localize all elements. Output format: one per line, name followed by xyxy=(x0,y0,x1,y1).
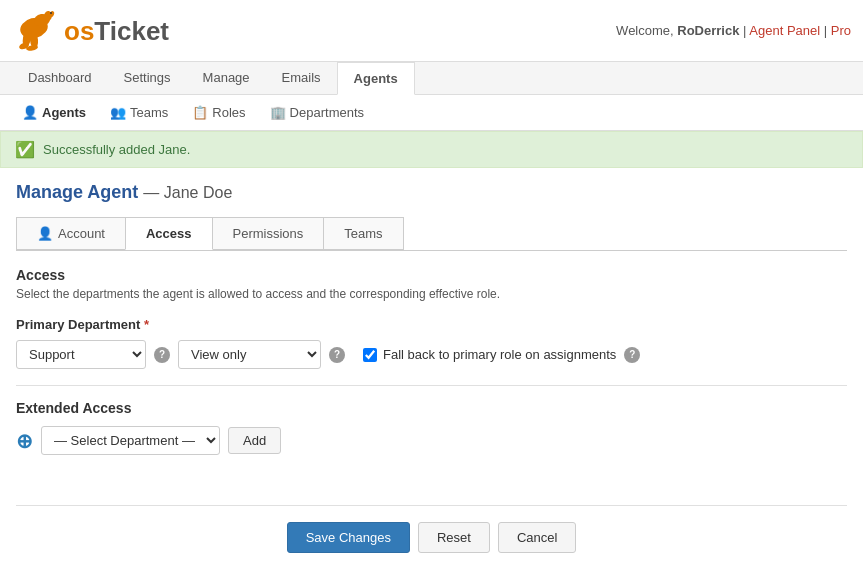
sub-nav: 👤 Agents 👥 Teams 📋 Roles 🏢 Departments xyxy=(0,95,863,131)
subnav-roles[interactable]: 📋 Roles xyxy=(182,101,255,124)
save-changes-button[interactable]: Save Changes xyxy=(287,522,410,553)
footer-buttons: Save Changes Reset Cancel xyxy=(16,505,847,553)
extended-access-title: Extended Access xyxy=(16,400,847,416)
extended-access-row: ⊕ — Select Department — Add xyxy=(16,426,847,455)
add-dept-icon[interactable]: ⊕ xyxy=(16,429,33,453)
fallback-checkbox-label[interactable]: Fall back to primary role on assignments xyxy=(363,347,616,362)
department-select[interactable]: Support Level I Support Level II Support… xyxy=(16,340,146,369)
nav-manage[interactable]: Manage xyxy=(187,62,266,94)
primary-dept-row: Support Level I Support Level II Support… xyxy=(16,340,847,369)
nav-emails[interactable]: Emails xyxy=(266,62,337,94)
alert-message: Successfully added Jane. xyxy=(43,142,190,157)
add-dept-button[interactable]: Add xyxy=(228,427,281,454)
fallback-help-icon[interactable]: ? xyxy=(624,347,640,363)
kangaroo-icon xyxy=(12,8,62,53)
fallback-checkbox[interactable] xyxy=(363,348,377,362)
required-indicator: * xyxy=(144,317,149,332)
top-nav: Dashboard Settings Manage Emails Agents xyxy=(0,62,863,95)
agents-icon: 👤 xyxy=(22,105,38,120)
profile-link[interactable]: Pro xyxy=(831,23,851,38)
svg-point-4 xyxy=(50,12,52,14)
subnav-departments[interactable]: 🏢 Departments xyxy=(260,101,374,124)
page-title: Manage Agent — Jane Doe xyxy=(16,182,847,203)
subnav-teams[interactable]: 👥 Teams xyxy=(100,101,178,124)
logo-text: osTicket xyxy=(64,18,169,44)
tab-permissions[interactable]: Permissions xyxy=(212,217,325,250)
tab-teams[interactable]: Teams xyxy=(323,217,403,250)
extended-dept-select[interactable]: — Select Department — xyxy=(41,426,220,455)
subnav-agents[interactable]: 👤 Agents xyxy=(12,101,96,124)
account-tab-icon: 👤 xyxy=(37,226,53,241)
reset-button[interactable]: Reset xyxy=(418,522,490,553)
alert-success: ✅ Successfully added Jane. xyxy=(0,131,863,168)
header: osTicket Welcome, RoDerrick | Agent Pane… xyxy=(0,0,863,62)
primary-dept-label: Primary Department * xyxy=(16,317,847,332)
logo: osTicket xyxy=(12,8,169,53)
departments-icon: 🏢 xyxy=(270,105,286,120)
teams-icon: 👥 xyxy=(110,105,126,120)
nav-settings[interactable]: Settings xyxy=(108,62,187,94)
access-section: Access Select the departments the agent … xyxy=(16,267,847,455)
content: Manage Agent — Jane Doe 👤 Account Access… xyxy=(0,168,863,567)
divider xyxy=(16,385,847,386)
nav-agents[interactable]: Agents xyxy=(337,62,415,95)
access-title: Access xyxy=(16,267,847,283)
tab-access[interactable]: Access xyxy=(125,217,213,250)
header-welcome: Welcome, RoDerrick | Agent Panel | Pro xyxy=(616,23,851,38)
nav-dashboard[interactable]: Dashboard xyxy=(12,62,108,94)
success-icon: ✅ xyxy=(15,140,35,159)
agent-panel-link[interactable]: Agent Panel xyxy=(749,23,820,38)
role-select[interactable]: View only All Access Expanded Access Lim… xyxy=(178,340,321,369)
cancel-button[interactable]: Cancel xyxy=(498,522,576,553)
access-description: Select the departments the agent is allo… xyxy=(16,287,847,301)
dept-help-icon[interactable]: ? xyxy=(154,347,170,363)
roles-icon: 📋 xyxy=(192,105,208,120)
tab-bar: 👤 Account Access Permissions Teams xyxy=(16,217,847,251)
page-subtitle: — Jane Doe xyxy=(143,184,232,201)
fallback-label-text: Fall back to primary role on assignments xyxy=(383,347,616,362)
username: RoDerrick xyxy=(677,23,739,38)
role-help-icon[interactable]: ? xyxy=(329,347,345,363)
tab-account[interactable]: 👤 Account xyxy=(16,217,126,250)
